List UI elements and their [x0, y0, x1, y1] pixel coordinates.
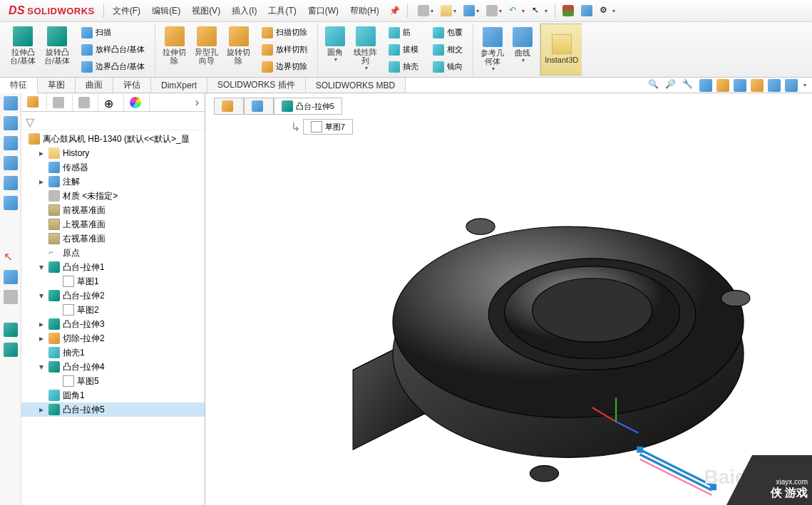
tree-boss-extrude1[interactable]: ▾凸台-拉伸1	[21, 260, 205, 274]
rebuild-button[interactable]	[560, 4, 577, 18]
revolve-boss-button[interactable]: 旋转凸 台/基体	[41, 25, 73, 75]
hide-show-icon[interactable]	[734, 79, 746, 92]
boundary-cut-button[interactable]: 边界切除	[259, 59, 310, 75]
boundary-boss-button[interactable]: 边界凸台/基体	[78, 59, 148, 75]
menu-tools[interactable]: 工具(T)	[262, 0, 302, 21]
open-button[interactable]: ▾	[438, 4, 459, 18]
feature-manager-tab[interactable]	[21, 94, 47, 111]
filter-icon[interactable]: ▽	[26, 115, 37, 127]
tree-root[interactable]: 离心鼓风机 HB-1340 (默认<<默认>_显	[21, 132, 205, 146]
ref-geometry-button[interactable]: 参考几 何体▾	[478, 26, 507, 73]
tree-sensors[interactable]: 传感器	[21, 160, 205, 175]
sweep-button[interactable]: 扫描	[78, 25, 148, 41]
rail-design-library-icon[interactable]	[4, 116, 18, 130]
rail-cursor-icon[interactable]: ↖	[4, 250, 18, 264]
tree-history[interactable]: ▸History	[21, 146, 205, 160]
tree-sketch1[interactable]: 草图1	[21, 274, 205, 288]
shell-button[interactable]: 抽壳	[386, 59, 421, 75]
view-settings-icon[interactable]	[785, 79, 798, 92]
menu-help[interactable]: 帮助(H)	[344, 0, 385, 21]
extrude-boss-button[interactable]: 拉伸凸 台/基体	[7, 25, 38, 75]
tree-annotations[interactable]: ▸注解	[21, 175, 205, 189]
section-view-icon[interactable]	[699, 79, 712, 92]
rail-config-icon[interactable]	[4, 343, 18, 357]
tree-sketch5[interactable]: 草图5	[21, 374, 205, 388]
tree-boss-extrude4[interactable]: ▾凸台-拉伸4	[21, 360, 205, 374]
rail-view-palette-icon[interactable]	[4, 156, 18, 170]
tree-expand-button[interactable]: ›	[190, 96, 205, 109]
menu-edit[interactable]: 编辑(E)	[146, 0, 186, 21]
menu-file[interactable]: 文件(F)	[107, 0, 146, 21]
print-button[interactable]: ▾	[483, 4, 505, 18]
curves-button[interactable]: 曲线▾	[510, 26, 535, 73]
hole-wizard-button[interactable]: 异型孔 向导	[192, 25, 221, 75]
bc-sketch[interactable]: 草图7	[303, 119, 353, 135]
bc-feature[interactable]: 凸台-拉伸5	[274, 98, 342, 115]
tree-material[interactable]: 材质 <未指定>	[21, 189, 205, 203]
new-button[interactable]: ▾	[415, 4, 436, 18]
tab-dimxpert[interactable]: DimXpert	[151, 78, 207, 93]
tab-sketch[interactable]: 草图	[38, 78, 76, 93]
extrude-cut-button[interactable]: 拉伸切 除	[160, 25, 189, 75]
rail-monitor-icon[interactable]	[4, 290, 18, 304]
settings-button[interactable]: ⚙▾	[597, 4, 618, 18]
save-button[interactable]: ▾	[461, 4, 482, 18]
tab-evaluate[interactable]: 评估	[113, 78, 151, 93]
tree-fillet1[interactable]: 圆角1	[21, 388, 205, 402]
dimxpert-manager-tab[interactable]: ⊕	[98, 94, 124, 111]
property-manager-tab[interactable]	[47, 94, 73, 111]
tree-origin[interactable]: ⌐原点	[21, 246, 205, 260]
prev-view-icon[interactable]: 🔧	[682, 79, 695, 92]
tree-boss-extrude5[interactable]: ▸凸台-拉伸5	[21, 402, 205, 417]
rail-custom-props-icon[interactable]	[4, 196, 18, 210]
edit-appearance-icon[interactable]	[751, 79, 764, 92]
zoom-area-icon[interactable]: 🔎	[665, 79, 678, 92]
graphics-area[interactable]: 凸台-拉伸5 ↳ 草图7	[205, 93, 812, 505]
tree-shell1[interactable]: 抽壳1	[21, 345, 205, 360]
rail-resources-icon[interactable]	[4, 96, 18, 110]
fillet-button[interactable]: 圆角▾	[322, 25, 348, 75]
options-button[interactable]	[578, 4, 595, 18]
menu-insert[interactable]: 插入(I)	[226, 0, 262, 21]
tree-sketch2[interactable]: 草图2	[21, 303, 205, 317]
sweep-cut-button[interactable]: 扫描切除	[259, 25, 310, 41]
loft-boss-button[interactable]: 放样凸台/基体	[78, 42, 148, 58]
rail-appearances-icon[interactable]	[4, 176, 18, 190]
rib-button[interactable]: 筋	[386, 25, 421, 41]
bc-part[interactable]	[214, 98, 244, 115]
select-button[interactable]: ↖▾	[529, 4, 550, 18]
draft-button[interactable]: 拔模	[386, 42, 421, 58]
wrap-button[interactable]: 包覆	[430, 25, 466, 41]
instant3d-button[interactable]: Instant3D	[542, 33, 581, 66]
rail-file-explorer-icon[interactable]	[4, 136, 18, 150]
tree-boss-extrude2[interactable]: ▾凸台-拉伸2	[21, 288, 205, 303]
mirror-button[interactable]: 镜向	[430, 59, 466, 75]
tree-boss-extrude3[interactable]: ▸凸台-拉伸3	[21, 317, 205, 331]
tab-mbd[interactable]: SOLIDWORKS MBD	[306, 78, 406, 93]
zoom-fit-icon[interactable]: 🔍	[648, 79, 661, 92]
revolve-cut-button[interactable]: 旋转切 除	[224, 25, 253, 75]
tab-plugins[interactable]: SOLIDWORKS 插件	[207, 78, 306, 93]
menu-window[interactable]: 窗口(W)	[302, 0, 344, 21]
tab-feature[interactable]: 特征	[0, 78, 38, 93]
config-manager-tab[interactable]	[73, 94, 98, 111]
linear-pattern-button[interactable]: 线性阵 列▾	[351, 25, 380, 75]
main-area: ↖ ⊕ › ▽ 离心鼓风机 HB-1340 (默认<<默认>_显 ▸Histor…	[0, 93, 812, 505]
tree-front-plane[interactable]: 前视基准面	[21, 203, 205, 217]
display-manager-tab[interactable]	[124, 94, 150, 111]
menu-view[interactable]: 视图(V)	[186, 0, 226, 21]
tree-top-plane[interactable]: 上视基准面	[21, 217, 205, 231]
pin-icon[interactable]: 📌	[389, 6, 400, 16]
intersect-button[interactable]: 相交	[430, 42, 466, 58]
loft-cut-button[interactable]: 放样切割	[259, 42, 310, 58]
tab-surface[interactable]: 曲面	[76, 78, 113, 93]
rail-layers-icon[interactable]	[4, 323, 18, 337]
tree-right-plane[interactable]: 右视基准面	[21, 231, 205, 246]
bc-body[interactable]	[244, 98, 274, 115]
undo-button[interactable]: ↶▾	[506, 4, 528, 18]
apply-scene-icon[interactable]	[768, 79, 781, 92]
display-style-icon[interactable]	[716, 79, 729, 92]
rail-forum-icon[interactable]	[4, 270, 18, 284]
tree-cut-extrude2[interactable]: ▸切除-拉伸2	[21, 331, 205, 345]
undo-icon: ↶	[509, 5, 520, 16]
